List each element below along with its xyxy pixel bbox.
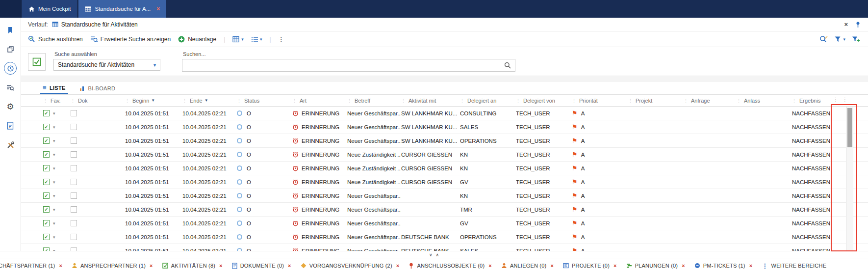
column-header-fav[interactable]: Fav. <box>43 98 71 104</box>
column-header-status[interactable]: Status <box>237 98 292 104</box>
close-icon[interactable]: × <box>288 263 291 269</box>
table-row[interactable]: ✓ ▾ 10.04.2025 01:51 10.04.2025 02:21 O <box>21 189 868 203</box>
chevron-down-icon[interactable]: ▾ <box>53 235 55 240</box>
filter-apply-icon[interactable] <box>852 36 860 43</box>
favorite-checkbox[interactable]: ✓ <box>43 165 50 171</box>
favorite-checkbox[interactable]: ✓ <box>43 192 50 199</box>
favorite-checkbox[interactable]: ✓ <box>43 247 50 251</box>
advanced-search-button[interactable]: Erweiterte Suche anzeigen <box>90 35 171 43</box>
chevron-down-icon[interactable]: ▾ <box>53 248 55 251</box>
new-record-button[interactable]: Neuanlage <box>178 36 216 43</box>
table-row[interactable]: ✓ ▾ 10.04.2025 01:51 10.04.2025 02:21 O <box>21 120 868 134</box>
bottom-tab-ansprechpartner[interactable]: ANSPRECHPARTNER (1) × <box>72 263 153 269</box>
document-checkbox[interactable] <box>71 124 77 130</box>
report-document-icon[interactable] <box>4 119 17 132</box>
close-panel-icon[interactable]: × <box>844 21 848 28</box>
tab-mein-cockpit[interactable]: Mein Cockpit <box>22 0 77 18</box>
table-row[interactable]: ✓ ▾ 10.04.2025 01:51 10.04.2025 02:21 O <box>21 134 868 148</box>
collapse-up-icon[interactable]: ∧ <box>436 252 439 257</box>
chevron-down-icon[interactable]: ▾ <box>53 111 55 116</box>
tab-standardsuche[interactable]: Standardsuche für A... × <box>78 0 166 18</box>
table-row[interactable]: ✓ ▾ 10.04.2025 01:51 10.04.2025 02:21 O <box>21 230 868 244</box>
document-checkbox[interactable] <box>71 192 77 199</box>
favorite-checkbox[interactable]: ✓ <box>43 151 50 158</box>
bookmark-icon[interactable] <box>4 24 17 36</box>
column-header-projekt[interactable]: Projekt <box>628 98 684 104</box>
document-checkbox[interactable] <box>71 151 77 158</box>
document-checkbox[interactable] <box>71 137 77 144</box>
bottom-tab-aktivitaeten[interactable]: AKTIVITÄTEN (8) × <box>162 263 223 269</box>
close-icon[interactable]: × <box>59 263 62 269</box>
close-icon[interactable]: × <box>396 263 400 269</box>
bottom-tab-geschaeftspartner[interactable]: CHÄFTSPARTNER (1) × <box>0 263 62 269</box>
collapse-down-icon[interactable]: ∨ <box>429 252 433 257</box>
close-icon[interactable]: × <box>613 263 617 269</box>
windows-icon[interactable] <box>4 43 17 55</box>
close-icon[interactable]: × <box>682 263 685 269</box>
column-header-delegiert-an[interactable]: Delegiert an <box>460 98 516 104</box>
chevron-down-icon[interactable]: ▾ <box>53 152 55 157</box>
favorite-checkbox[interactable]: ✓ <box>43 206 50 213</box>
chevron-down-icon[interactable]: ▾ <box>53 138 55 143</box>
column-header-delegiert-von[interactable]: Delegiert von <box>516 98 572 104</box>
chevron-down-icon[interactable]: ▾ <box>53 193 55 198</box>
settings-gear-icon[interactable]: ⚙ <box>4 100 17 113</box>
favorite-checkbox[interactable]: ✓ <box>43 220 50 226</box>
run-search-button[interactable]: Suche ausführen <box>28 35 83 43</box>
favorite-checkbox[interactable]: ✓ <box>43 179 50 185</box>
column-header-art[interactable]: Art <box>292 98 347 104</box>
vertical-scrollbar[interactable] <box>846 107 853 251</box>
table-row[interactable]: ✓ ▾ 10.04.2025 01:51 10.04.2025 02:21 O <box>21 107 868 120</box>
table-row[interactable]: ✓ ▾ 10.04.2025 01:51 10.04.2025 02:21 O <box>21 217 868 230</box>
table-row[interactable]: ✓ ▾ 10.04.2025 01:51 10.04.2025 02:21 O <box>21 203 868 217</box>
close-icon[interactable]: × <box>749 263 753 269</box>
close-icon[interactable]: × <box>550 263 554 269</box>
more-actions-icon[interactable]: ⋮ <box>279 36 284 43</box>
table-row[interactable]: ✓ ▾ 10.04.2025 01:51 10.04.2025 02:21 O <box>21 148 868 162</box>
favorite-checkbox[interactable]: ✓ <box>43 110 50 116</box>
document-checkbox[interactable] <box>71 179 77 185</box>
search-list-icon[interactable] <box>4 81 17 94</box>
bottom-tab-pm-tickets[interactable]: PM-TICKETS (1) × <box>694 263 753 269</box>
tab-bi-board[interactable]: BI-BOARD <box>79 85 116 94</box>
column-resize-handles[interactable]: ⋮⋮ <box>833 97 847 102</box>
close-icon[interactable]: × <box>219 263 223 269</box>
admin-tools-icon[interactable] <box>4 138 17 151</box>
edit-search-icon[interactable] <box>819 35 828 43</box>
document-checkbox[interactable] <box>71 247 77 251</box>
tab-liste[interactable]: ≡ LISTE <box>43 84 66 94</box>
document-checkbox[interactable] <box>71 206 77 213</box>
close-icon[interactable]: × <box>488 263 492 269</box>
column-header-anlass[interactable]: Anlass <box>737 98 792 104</box>
chevron-down-icon[interactable]: ▾ <box>53 125 55 130</box>
search-input[interactable] <box>186 61 504 69</box>
column-header-anfrage[interactable]: Anfrage <box>684 98 737 104</box>
chevron-down-icon[interactable]: ▾ <box>53 221 55 226</box>
filter-icon[interactable]: ▾ <box>834 36 845 43</box>
pin-icon[interactable] <box>855 21 861 28</box>
close-icon[interactable]: × <box>150 263 153 269</box>
splitter-collapse-control[interactable]: ∨ ∧ <box>0 251 868 258</box>
column-header-beginn[interactable]: Beginn▼ <box>125 98 182 104</box>
history-entry[interactable]: Standardsuche für Aktivitäten <box>52 21 138 28</box>
bottom-tab-dokumente[interactable]: DOKUMENTE (0) × <box>232 263 291 269</box>
scrollbar-thumb[interactable] <box>847 108 852 147</box>
favorite-checkbox[interactable]: ✓ <box>43 234 50 240</box>
document-checkbox[interactable] <box>71 220 77 226</box>
bottom-tab-anliegen[interactable]: ANLIEGEN (0) × <box>501 263 554 269</box>
column-header-dok[interactable]: Dok <box>71 98 125 104</box>
chevron-down-icon[interactable]: ▾ <box>53 207 55 212</box>
list-view-button[interactable]: ▾ <box>251 36 262 43</box>
favorite-checkbox[interactable]: ✓ <box>43 137 50 144</box>
chevron-down-icon[interactable]: ▾ <box>53 180 55 185</box>
bottom-tab-projekte[interactable]: PROJEKTE (0) × <box>563 263 617 269</box>
table-row[interactable]: ✓ ▾ 10.04.2025 01:51 10.04.2025 02:21 O <box>21 162 868 175</box>
document-checkbox[interactable] <box>71 110 77 116</box>
close-tab-icon[interactable]: × <box>156 5 160 12</box>
bottom-tab-anschlussobjekte[interactable]: ANSCHLUSSOBJEKTE (0) × <box>408 263 492 269</box>
grid-view-button[interactable]: ▾ <box>232 36 244 43</box>
more-areas-button[interactable]: ⋮ WEITERE BEREICHE <box>762 262 826 270</box>
search-select[interactable]: Standardsuche für Aktivitäten ▾ <box>53 59 160 71</box>
table-row[interactable]: ✓ ▾ 10.04.2025 01:51 10.04.2025 02:21 O <box>21 244 868 251</box>
column-header-prioritaet[interactable]: Priorität <box>572 98 628 104</box>
